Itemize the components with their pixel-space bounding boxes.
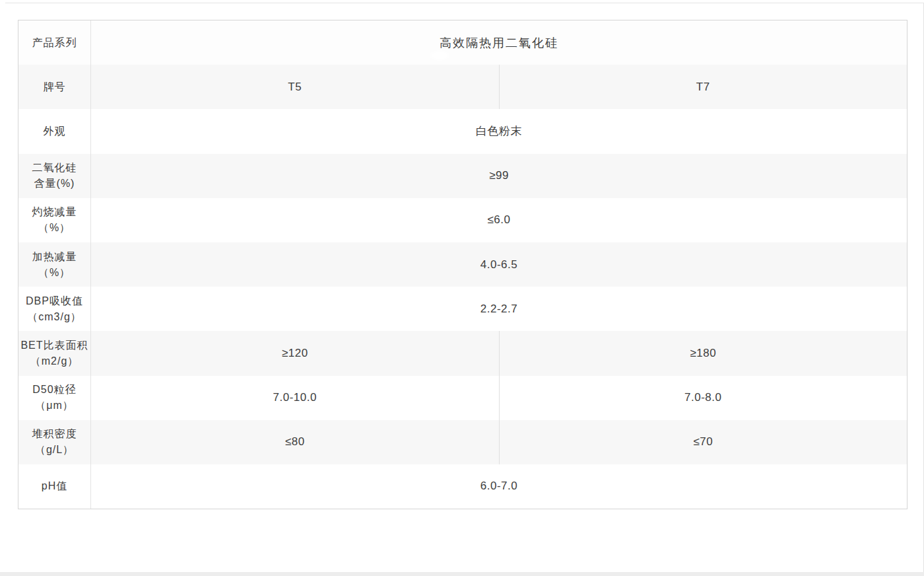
row-label-line: DBP吸收值 [26, 293, 83, 309]
row-values: ≥99 [91, 154, 907, 198]
table-row: DBP吸收值（cm3/g）2.2-2.7 [18, 287, 907, 331]
table-row: 堆积密度（g/L）≤80≤70 [18, 420, 907, 464]
value-cell: 6.0-7.0 [91, 464, 907, 509]
value-cell: 7.0-10.0 [91, 376, 499, 420]
row-label-line: （μm） [35, 398, 74, 414]
row-label: pH值 [18, 464, 91, 509]
value-text: ≤70 [693, 435, 713, 449]
value-text: 4.0-6.5 [480, 258, 517, 271]
value-text: 2.2-2.7 [480, 303, 517, 316]
spec-table: 产品系列高效隔热用二氧化硅牌号T5T7外观白色粉末二氧化硅含量(%)≥99灼烧减… [18, 20, 908, 509]
row-values: ≤6.0 [91, 198, 907, 242]
value-text: 高效隔热用二氧化硅 [440, 35, 558, 51]
row-label-line: （cm3/g） [27, 309, 82, 325]
highlight-smudge [432, 53, 447, 58]
value-text: 7.0-8.0 [684, 391, 721, 404]
page-top-border [5, 3, 924, 3]
value-text: T5 [288, 81, 302, 94]
value-text: 6.0-7.0 [480, 480, 517, 493]
table-row: 灼烧减量（%）≤6.0 [18, 198, 907, 242]
row-label-line: （g/L） [35, 442, 74, 458]
row-label: 外观 [18, 109, 91, 153]
row-values: 6.0-7.0 [91, 464, 907, 509]
row-values: 白色粉末 [91, 109, 907, 153]
value-cell: 白色粉末 [91, 109, 907, 153]
row-label: 灼烧减量（%） [18, 198, 91, 242]
table-row: BET比表面积（m2/g）≥120≥180 [18, 331, 907, 375]
row-values: 高效隔热用二氧化硅 [91, 20, 907, 65]
table-row: pH值6.0-7.0 [18, 464, 907, 509]
row-label: 堆积密度（g/L） [18, 420, 91, 464]
value-cell: T7 [499, 65, 908, 109]
row-label: BET比表面积（m2/g） [18, 331, 91, 375]
value-cell: 7.0-8.0 [499, 376, 908, 420]
page-bottom-band [0, 572, 924, 576]
row-label-line: 产品系列 [32, 35, 77, 51]
row-label-line: D50粒径 [32, 382, 76, 398]
value-cell: ≤70 [499, 420, 908, 464]
value-text: 7.0-10.0 [273, 391, 317, 404]
value-text: ≥120 [282, 347, 308, 360]
value-cell: T5 [91, 65, 499, 109]
table-row: 加热减量（%）4.0-6.5 [18, 242, 907, 287]
row-label-line: 堆积密度 [32, 426, 77, 442]
value-cell: 高效隔热用二氧化硅 [91, 20, 907, 65]
row-values: 4.0-6.5 [91, 242, 907, 287]
row-values: 2.2-2.7 [91, 287, 907, 331]
row-label-line: （%） [38, 220, 71, 236]
table-row: D50粒径（μm）7.0-10.07.0-8.0 [18, 376, 907, 420]
value-cell: ≤80 [91, 420, 499, 464]
row-label: 二氧化硅含量(%) [18, 154, 91, 198]
value-cell: 2.2-2.7 [91, 287, 907, 331]
value-text: ≤6.0 [488, 213, 511, 227]
page: 产品系列高效隔热用二氧化硅牌号T5T7外观白色粉末二氧化硅含量(%)≥99灼烧减… [0, 0, 924, 576]
value-text: T7 [696, 81, 710, 94]
value-cell: 4.0-6.5 [91, 242, 907, 287]
row-label-line: 外观 [44, 124, 66, 139]
row-values: T5T7 [91, 65, 907, 109]
row-label-line: （m2/g） [30, 353, 79, 369]
row-label: DBP吸收值（cm3/g） [18, 287, 91, 331]
row-label-line: pH值 [42, 478, 67, 494]
row-values: ≤80≤70 [91, 420, 907, 464]
value-cell: ≥180 [499, 331, 908, 375]
row-values: ≥120≥180 [91, 331, 907, 375]
row-label-line: BET比表面积 [20, 338, 88, 353]
row-label-line: 牌号 [44, 79, 66, 95]
table-row: 外观白色粉末 [18, 109, 907, 153]
table-row: 产品系列高效隔热用二氧化硅 [18, 20, 907, 65]
row-label-line: 灼烧减量 [32, 204, 77, 220]
value-text: ≥180 [690, 347, 716, 360]
row-label: 加热减量（%） [18, 242, 91, 287]
value-text: 白色粉末 [476, 124, 522, 139]
row-label: 产品系列 [18, 20, 91, 65]
value-text: ≥99 [489, 169, 509, 182]
row-label-line: 二氧化硅 [32, 160, 77, 176]
value-cell: ≤6.0 [91, 198, 907, 242]
row-values: 7.0-10.07.0-8.0 [91, 376, 907, 420]
table-row: 二氧化硅含量(%)≥99 [18, 154, 907, 198]
row-label: 牌号 [18, 65, 91, 109]
row-label-line: 加热减量 [32, 249, 77, 265]
value-cell: ≥120 [91, 331, 499, 375]
row-label-line: 含量(%) [34, 176, 75, 192]
value-text: ≤80 [285, 435, 305, 449]
row-label: D50粒径（μm） [18, 376, 91, 420]
value-cell: ≥99 [91, 154, 907, 198]
table-row: 牌号T5T7 [18, 65, 907, 109]
row-label-line: （%） [38, 265, 71, 281]
